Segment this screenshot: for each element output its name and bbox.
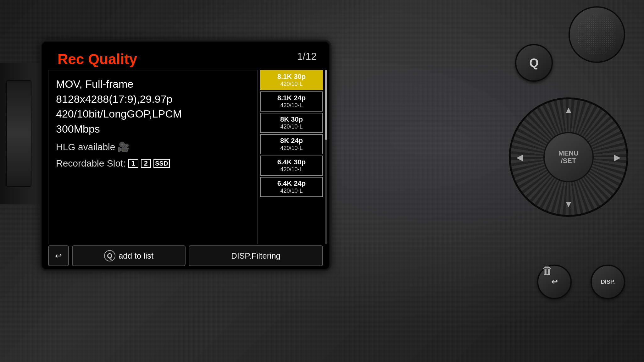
q-camera-button[interactable]: Q bbox=[515, 44, 553, 82]
q-label: Q bbox=[529, 56, 539, 70]
back-camera-icon: ↩ bbox=[551, 277, 558, 286]
nav-ring-container: ▲ ▼ ◀ ▶ MENU /SET bbox=[509, 97, 628, 217]
menu-set-label-2: /SET bbox=[561, 157, 576, 165]
back-button[interactable]: ↩ bbox=[48, 245, 69, 266]
page-indicator: 1/12 bbox=[297, 51, 317, 62]
option-8k-30p[interactable]: 8K 30p 420/10-L bbox=[260, 113, 323, 133]
resolution-line: 8128x4288(17:9),29.97p bbox=[56, 92, 250, 107]
slot-ssd-badge: SSD bbox=[153, 159, 170, 168]
camera-body: Rec Quality 1/12 MOV, Full-frame 8128x42… bbox=[0, 0, 644, 362]
content-area: MOV, Full-frame 8128x4288(17:9),29.97p 4… bbox=[48, 70, 323, 244]
format-line: MOV, Full-frame bbox=[56, 77, 250, 92]
trash-area: 🗑 bbox=[541, 264, 553, 277]
option-8k-24p[interactable]: 8K 24p 420/10-L bbox=[260, 134, 323, 154]
option-list: 8.1K 30p 420/10-L 8.1K 24p 420/10-L 8K 3… bbox=[260, 70, 323, 244]
disp-camera-button[interactable]: DISP. bbox=[591, 265, 625, 299]
option-8k1-24p[interactable]: 8.1K 24p 420/10-L bbox=[260, 91, 323, 112]
nav-arrow-left: ◀ bbox=[516, 152, 523, 162]
nav-center-button[interactable]: MENU /SET bbox=[543, 132, 594, 182]
right-controls: Q ▲ ▼ ◀ ▶ MENU /SET ↩ DISP. bbox=[345, 0, 644, 362]
hinge-bar bbox=[6, 80, 31, 187]
disp-filtering-label: DISP.Filtering bbox=[231, 251, 280, 261]
menu-title: Rec Quality bbox=[58, 51, 137, 68]
camera-screen: Rec Quality 1/12 MOV, Full-frame 8128x42… bbox=[42, 42, 329, 269]
slot-2-badge: 2 bbox=[141, 159, 151, 168]
nav-arrow-down: ▼ bbox=[564, 199, 573, 209]
detail-panel: MOV, Full-frame 8128x4288(17:9),29.97p 4… bbox=[48, 70, 258, 244]
nav-arrow-up: ▲ bbox=[564, 105, 573, 115]
option-8k1-30p[interactable]: 8.1K 30p 420/10-L bbox=[260, 70, 323, 90]
codec-line: 420/10bit/LongGOP,LPCM bbox=[56, 107, 250, 122]
back-icon: ↩ bbox=[55, 251, 62, 261]
recordable-slot: Recordable Slot: 1 2 SSD bbox=[56, 158, 250, 169]
disp-filtering-button[interactable]: DISP.Filtering bbox=[189, 245, 323, 266]
bottom-bar: ↩ Q add to list DISP.Filtering bbox=[48, 245, 323, 266]
q-icon: Q bbox=[104, 250, 115, 261]
slot-1-badge: 1 bbox=[128, 159, 138, 168]
add-to-list-label: add to list bbox=[119, 251, 153, 261]
option-6k4-24p[interactable]: 6.4K 24p 420/10-L bbox=[260, 177, 323, 197]
nav-arrow-right: ▶ bbox=[614, 152, 621, 162]
menu-set-label-1: MENU bbox=[558, 150, 579, 157]
bitrate-line: 300Mbps bbox=[56, 122, 250, 137]
add-to-list-button[interactable]: Q add to list bbox=[72, 245, 186, 266]
top-dial[interactable] bbox=[569, 6, 625, 63]
trash-icon[interactable]: 🗑 bbox=[541, 264, 553, 277]
scrollbar[interactable] bbox=[325, 70, 327, 244]
hlg-label: HLG available 🎥 bbox=[56, 141, 250, 152]
disp-camera-label: DISP. bbox=[601, 279, 615, 285]
screen-container: Rec Quality 1/12 MOV, Full-frame 8128x42… bbox=[41, 41, 330, 270]
scrollbar-thumb bbox=[325, 70, 327, 140]
option-6k4-30p[interactable]: 6.4K 30p 420/10-L bbox=[260, 156, 323, 176]
hlg-icon: 🎥 bbox=[118, 141, 129, 152]
nav-ring[interactable]: ▲ ▼ ◀ ▶ MENU /SET bbox=[509, 97, 628, 217]
